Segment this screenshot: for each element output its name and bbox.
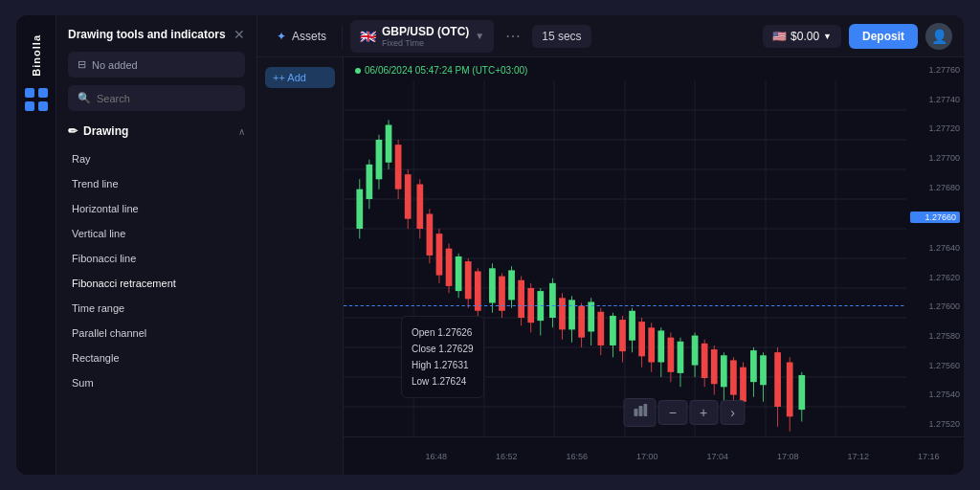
svg-rect-93 bbox=[711, 349, 718, 384]
svg-rect-63 bbox=[559, 298, 566, 329]
drawing-item[interactable]: Fibonacci line bbox=[68, 247, 245, 270]
brand-name: Binolla bbox=[31, 34, 42, 77]
ohlc-open: Open 1.27626 bbox=[412, 324, 474, 341]
svg-rect-49 bbox=[489, 268, 496, 302]
svg-rect-33 bbox=[405, 174, 412, 219]
ohlc-tooltip: Open 1.27626 Close 1.27629 High 1.27631 … bbox=[401, 316, 484, 398]
brand-sidebar: Binolla bbox=[16, 15, 56, 475]
time-label: 17:08 bbox=[753, 452, 824, 461]
chart-icon-button[interactable] bbox=[624, 398, 657, 427]
top-bar: ✦ Assets 🇬🇧 GBP/USD (OTC) Fixed Time ▼ ⋯… bbox=[257, 15, 964, 57]
assets-button[interactable]: ✦ Assets bbox=[269, 26, 334, 47]
svg-rect-41 bbox=[446, 249, 453, 286]
chart-row: + + Add 06/06/2024 05:47:24 PM (UTC+03:0… bbox=[257, 57, 964, 475]
svg-rect-106 bbox=[774, 352, 781, 407]
svg-rect-27 bbox=[376, 140, 383, 179]
svg-rect-108 bbox=[787, 363, 793, 417]
assets-panel: + + Add bbox=[257, 57, 344, 475]
price-label: 1.27700 bbox=[910, 153, 960, 163]
svg-rect-81 bbox=[648, 327, 655, 362]
price-label: 1.27560 bbox=[910, 361, 960, 370]
svg-rect-89 bbox=[692, 336, 699, 366]
drawing-section-header[interactable]: ✏ Drawing ∧ bbox=[68, 121, 245, 142]
svg-rect-35 bbox=[416, 185, 423, 230]
brand-logo bbox=[25, 88, 48, 121]
drawing-item[interactable]: Trend line bbox=[68, 172, 245, 195]
avatar[interactable]: 👤 bbox=[925, 23, 952, 50]
svg-rect-55 bbox=[518, 280, 524, 318]
svg-rect-2 bbox=[25, 101, 34, 111]
svg-rect-1 bbox=[38, 88, 48, 98]
svg-rect-97 bbox=[730, 360, 737, 394]
svg-rect-85 bbox=[668, 338, 675, 372]
svg-rect-65 bbox=[568, 300, 575, 329]
price-label: 1.27760 bbox=[910, 65, 960, 75]
zoom-in-button[interactable]: + bbox=[689, 400, 718, 425]
scroll-right-button[interactable]: › bbox=[720, 400, 746, 425]
time-label: 16:48 bbox=[401, 452, 472, 461]
price-label: 1.27600 bbox=[910, 301, 960, 311]
drawing-tools-panel: Drawing tools and indicators ✕ ⊟ No adde… bbox=[56, 15, 257, 475]
plus-icon: ✦ bbox=[277, 30, 286, 43]
svg-rect-112 bbox=[639, 406, 643, 416]
svg-rect-31 bbox=[395, 145, 402, 189]
divider bbox=[342, 25, 343, 48]
chevron-down-icon: ▼ bbox=[475, 31, 484, 41]
svg-rect-47 bbox=[475, 271, 481, 310]
time-axis: 16:48 16:52 16:56 17:00 17:04 17:08 17:1… bbox=[344, 436, 964, 475]
price-label: 1.27680 bbox=[910, 183, 960, 192]
svg-rect-87 bbox=[678, 342, 684, 373]
svg-rect-79 bbox=[638, 322, 645, 356]
current-price-label: 1.27660 bbox=[910, 212, 960, 223]
svg-rect-3 bbox=[38, 101, 48, 111]
drawing-item[interactable]: Ray bbox=[68, 147, 245, 170]
chart-timestamp: 06/06/2024 05:47:24 PM (UTC+03:00) bbox=[355, 65, 527, 76]
svg-rect-95 bbox=[721, 355, 727, 387]
time-label: 17:12 bbox=[823, 452, 894, 461]
pair-selector[interactable]: 🇬🇧 GBP/USD (OTC) Fixed Time ▼ bbox=[350, 20, 494, 53]
svg-rect-73 bbox=[610, 316, 616, 345]
svg-rect-71 bbox=[597, 312, 604, 345]
add-asset-button[interactable]: + + Add bbox=[265, 67, 335, 88]
svg-rect-111 bbox=[635, 409, 638, 416]
drawing-item[interactable]: Time range bbox=[68, 297, 245, 320]
drawing-item[interactable]: Vertical line bbox=[68, 222, 245, 245]
svg-rect-29 bbox=[386, 125, 392, 163]
search-box[interactable]: 🔍 bbox=[68, 85, 245, 111]
close-button[interactable]: ✕ bbox=[234, 27, 245, 42]
svg-rect-113 bbox=[644, 404, 648, 416]
svg-rect-102 bbox=[750, 350, 757, 382]
time-label: 17:16 bbox=[894, 452, 965, 461]
drawing-section-title: ✏ Drawing bbox=[68, 124, 128, 138]
balance-button[interactable]: 🇺🇸 $0.00 ▼ bbox=[763, 25, 841, 48]
drawing-items-list: RayTrend lineHorizontal lineVertical lin… bbox=[68, 147, 245, 394]
drawing-item[interactable]: Parallel channel bbox=[68, 322, 245, 345]
drawing-item[interactable]: Fibonacci retracement← bbox=[68, 272, 245, 295]
svg-rect-39 bbox=[436, 234, 443, 275]
zoom-out-button[interactable]: − bbox=[658, 400, 687, 425]
svg-rect-23 bbox=[356, 189, 363, 229]
pair-name: GBP/USD (OTC) bbox=[382, 25, 469, 38]
price-label: 1.27640 bbox=[910, 243, 960, 253]
svg-rect-67 bbox=[578, 306, 585, 338]
price-label: 1.27720 bbox=[910, 123, 960, 133]
svg-rect-37 bbox=[427, 214, 434, 256]
search-input[interactable] bbox=[97, 93, 235, 104]
panel-title: Drawing tools and indicators bbox=[68, 28, 226, 41]
deposit-button[interactable]: Deposit bbox=[849, 24, 918, 49]
balance-flag: 🇺🇸 bbox=[772, 30, 787, 43]
live-dot bbox=[355, 68, 361, 74]
svg-rect-53 bbox=[508, 270, 515, 300]
drawing-item[interactable]: Horizontal line bbox=[68, 197, 245, 220]
time-selector[interactable]: 15 secs bbox=[532, 25, 590, 48]
price-axis: 1.27760 1.27740 1.27720 1.27700 1.27680 … bbox=[906, 57, 964, 436]
svg-rect-110 bbox=[798, 375, 805, 410]
pair-info: GBP/USD (OTC) Fixed Time bbox=[382, 25, 469, 48]
more-options-icon[interactable]: ⋯ bbox=[501, 27, 524, 45]
balance-chevron-icon: ▼ bbox=[823, 32, 832, 41]
drawing-item[interactable]: Rectangle bbox=[68, 346, 245, 369]
no-added-button[interactable]: ⊟ No added bbox=[68, 52, 245, 78]
drawing-item[interactable]: Sum bbox=[68, 371, 245, 394]
search-icon: 🔍 bbox=[78, 92, 91, 104]
svg-rect-0 bbox=[25, 88, 34, 98]
